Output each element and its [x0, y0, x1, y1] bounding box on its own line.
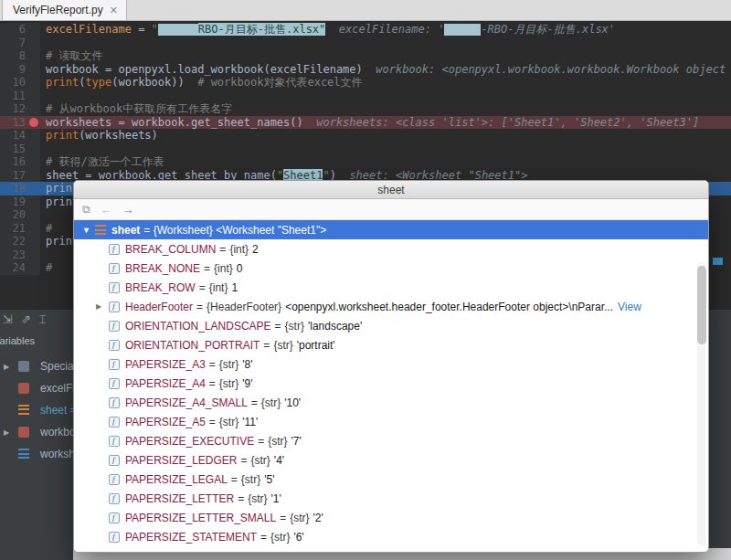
gutter[interactable]: 13	[0, 116, 40, 130]
gutter[interactable]: 15	[0, 143, 40, 156]
code-token: #	[46, 261, 58, 274]
variable-row[interactable]: BREAK_NONE={int}0	[74, 259, 708, 278]
breakpoint-icon[interactable]	[29, 118, 38, 127]
variable-row[interactable]: PAPERSIZE_EXECUTIVE={str}'7'	[74, 431, 708, 450]
code-token: # 读取文件	[46, 49, 102, 62]
expand-arrow-icon[interactable]: ▶	[4, 428, 13, 437]
variable-row[interactable]: PAPERSIZE_A4_SMALL={str}'10'	[74, 393, 708, 412]
line-number: 9	[19, 63, 26, 77]
var-icon	[18, 427, 29, 438]
field-icon	[109, 263, 120, 274]
gutter[interactable]: 24	[0, 261, 40, 275]
variable-row-root[interactable]: ▼ sheet = {Worksheet} <Worksheet "Sheet1…	[74, 220, 708, 239]
variable-name: PAPERSIZE_A5	[125, 416, 206, 428]
line-number: 20	[13, 208, 26, 222]
variable-name: ORIENTATION_LANDSCAPE	[125, 320, 271, 333]
expand-arrow-icon[interactable]: ▶	[4, 363, 13, 371]
field-icon	[109, 340, 120, 351]
gutter[interactable]: 20	[0, 208, 40, 222]
gutter[interactable]: 17	[0, 169, 40, 183]
variable-type: {str}	[241, 473, 260, 486]
tab-verifyflereport[interactable]: VerifyFleReport.py ✕	[2, 0, 127, 20]
variable-row[interactable]: PAPERSIZE_LEGAL={str}'5'	[74, 470, 708, 489]
variable-row[interactable]: ORIENTATION_PORTRAIT={str}'portrait'	[74, 335, 708, 354]
variable-label: sheet =	[40, 404, 77, 417]
variable-type: {int}	[229, 243, 249, 256]
field-icon	[109, 436, 120, 447]
gutter[interactable]: 16	[0, 155, 40, 169]
popup-title: sheet	[74, 181, 708, 199]
line-number: 21	[13, 222, 26, 236]
code-line: 13worksheets = workbook.get_sheet_names(…	[0, 116, 731, 130]
code-text	[40, 143, 731, 156]
equals-sign: =	[251, 396, 258, 409]
gutter[interactable]: 11	[0, 90, 40, 103]
variable-row[interactable]: PAPERSIZE_STATEMENT={str}'6'	[74, 527, 708, 546]
field-icon	[109, 493, 120, 504]
variable-row[interactable]: BREAK_ROW={int}1	[74, 278, 708, 297]
equals-sign: =	[204, 262, 210, 275]
line-number: 6	[19, 23, 26, 37]
gutter[interactable]: 19	[0, 195, 40, 209]
gutter[interactable]: 8	[0, 49, 40, 63]
variable-type: {str}	[219, 377, 238, 390]
field-icon	[109, 359, 120, 370]
code-token: # 获得/激活一个工作表	[46, 155, 164, 168]
gutter[interactable]: 22	[0, 235, 40, 248]
expand-arrow-icon[interactable]: ▶	[96, 302, 109, 311]
popup-toolbar: ⧉ ← →	[74, 199, 708, 220]
gutter[interactable]: 7	[0, 37, 40, 50]
variable-row[interactable]: PAPERSIZE_A4={str}'9'	[74, 374, 708, 393]
line-number: 7	[19, 37, 26, 50]
text-cursor-icon[interactable]: ⌶	[39, 313, 47, 326]
code-line: 14print(worksheets)	[0, 129, 731, 143]
copy-icon[interactable]: ⧉	[82, 203, 90, 216]
gutter[interactable]: 14	[0, 129, 40, 143]
variable-row[interactable]: PAPERSIZE_TABLOID={str}'3'	[74, 546, 708, 550]
field-icon	[109, 512, 120, 523]
variable-type: {str}	[268, 435, 287, 448]
view-link[interactable]: View	[618, 301, 641, 313]
gutter[interactable]: 9	[0, 63, 40, 77]
variable-type: {int}	[214, 262, 233, 275]
gutter[interactable]: 10	[0, 76, 40, 90]
variable-value: = {Worksheet} <Worksheet "Sheet1">	[143, 224, 326, 237]
code-text: worksheets = workbook.get_sheet_names() …	[40, 116, 731, 130]
collapse-arrow-icon[interactable]: ▼	[82, 226, 95, 235]
variable-row[interactable]: ▶HeaderFooter={HeaderFooter}<openpyxl.wo…	[74, 297, 708, 316]
tab-title: VerifyFleReport.py	[13, 4, 103, 16]
variable-value: 'landscape'	[308, 320, 362, 333]
arrow-northeast-icon[interactable]: ⇗	[21, 313, 31, 326]
field-icon	[109, 532, 120, 543]
variable-value: 2	[252, 243, 259, 256]
gutter[interactable]: 12	[0, 102, 40, 116]
line-number: 15	[13, 143, 26, 156]
field-icon	[109, 397, 120, 408]
gutter[interactable]: 18	[0, 182, 40, 195]
variable-row[interactable]: PAPERSIZE_LEDGER={str}'4'	[74, 450, 708, 470]
gutter[interactable]: 6	[0, 23, 40, 37]
variable-row[interactable]: ORIENTATION_LANDSCAPE={str}'landscape'	[74, 316, 708, 335]
variable-row[interactable]: PAPERSIZE_LETTER={str}'1'	[74, 489, 708, 508]
close-tab-icon[interactable]: ✕	[110, 5, 118, 16]
back-arrow-icon[interactable]: ←	[101, 203, 112, 217]
gutter[interactable]: 23	[0, 248, 40, 262]
editor-tab-bar: VerifyFleReport.py ✕	[0, 0, 731, 21]
popup-tree-children: BREAK_COLUMN={int}2BREAK_NONE={int}0BREA…	[74, 239, 708, 550]
arrow-southeast-icon[interactable]: ⇲	[3, 313, 13, 326]
variable-row[interactable]: PAPERSIZE_A5={str}'11'	[74, 412, 708, 431]
worksheet-object-icon	[95, 225, 106, 236]
equals-sign: =	[209, 377, 216, 390]
variable-value: '9'	[242, 377, 252, 390]
forward-arrow-icon[interactable]: →	[122, 203, 134, 217]
variable-row[interactable]: PAPERSIZE_A3={str}'8'	[74, 354, 708, 374]
variable-type: {str}	[290, 512, 309, 524]
equals-sign: =	[209, 358, 216, 371]
gutter[interactable]: 21	[0, 222, 40, 236]
code-token: excelFilename	[46, 23, 132, 36]
variable-row[interactable]: PAPERSIZE_LETTER_SMALL={str}'2'	[74, 508, 708, 527]
variable-row[interactable]: BREAK_COLUMN={int}2	[74, 239, 708, 259]
code-token: type	[85, 76, 111, 89]
error-stripe-marker[interactable]	[713, 258, 723, 265]
popup-scrollbar-thumb[interactable]	[697, 266, 706, 344]
